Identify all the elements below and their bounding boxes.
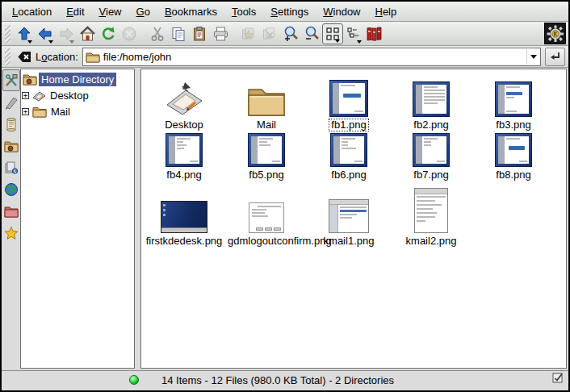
- file-item-fb4[interactable]: fb4.png: [143, 132, 225, 181]
- file-label: fb3.png: [494, 119, 532, 131]
- link-view-checkbox-icon[interactable]: [552, 373, 564, 387]
- home-button[interactable]: [77, 23, 98, 44]
- menu-go[interactable]: Go: [129, 3, 157, 20]
- menu-tools[interactable]: Tools: [224, 3, 263, 20]
- sidebar-button-strip: [2, 68, 20, 370]
- icon-view-icon: [325, 27, 340, 41]
- file-item-fb8[interactable]: fb8.png: [472, 132, 555, 181]
- sidebar-tab-home[interactable]: [2, 135, 20, 156]
- up-button[interactable]: [14, 23, 35, 44]
- icon-view-mode-button[interactable]: [322, 23, 343, 44]
- toolbar-grip[interactable]: [5, 25, 10, 43]
- zoom-in-button[interactable]: [280, 23, 301, 44]
- tree-item-home[interactable]: Home Directory: [21, 71, 134, 87]
- file-item-firstkdedesk[interactable]: firstkdedesk.png: [143, 184, 225, 247]
- tree-view-mode-button[interactable]: [343, 23, 364, 44]
- history-scroll-icon: [4, 117, 19, 131]
- file-item-fb1[interactable]: fb1.png: [308, 74, 390, 131]
- sidebar-tab-services[interactable]: [2, 156, 20, 178]
- sidebar-tab-pen[interactable]: [2, 91, 20, 113]
- copy-button[interactable]: [168, 23, 189, 44]
- desktop-folder-icon: [163, 80, 205, 117]
- printer-icon: [212, 26, 229, 42]
- file-item-kmail1[interactable]: kmail1.png: [308, 184, 390, 247]
- menu-bar: Location Edit View Go Bookmarks Tools Se…: [2, 2, 568, 22]
- print-button[interactable]: [210, 23, 231, 44]
- starburst-stack-icon: [241, 26, 257, 42]
- file-item-fb3[interactable]: fb3.png: [472, 74, 555, 131]
- tree-item-label: Home Directory: [39, 73, 116, 86]
- file-label: fb1.png: [329, 119, 367, 131]
- bookmark-books-button[interactable]: [364, 23, 385, 44]
- menu-location[interactable]: Location: [5, 3, 59, 20]
- forward-button[interactable]: [56, 23, 77, 44]
- file-label: fb8.png: [494, 169, 532, 181]
- locationbar-grip[interactable]: [5, 48, 10, 65]
- file-label: kmail1.png: [322, 236, 376, 247]
- expander-plus[interactable]: +: [22, 108, 29, 115]
- tree-item-mail[interactable]: + Mail: [21, 103, 134, 119]
- stop-button[interactable]: [119, 23, 140, 44]
- services-icon: [4, 161, 19, 175]
- file-item-fb7[interactable]: fb7.png: [390, 132, 472, 181]
- sidebar-tab-history[interactable]: [2, 113, 20, 135]
- file-item-desktop[interactable]: Desktop: [143, 74, 225, 131]
- location-dropdown-button[interactable]: [526, 49, 539, 65]
- menu-help[interactable]: Help: [368, 3, 404, 20]
- thumbnail-firstkdedesk: [161, 201, 207, 233]
- back-button[interactable]: [35, 23, 56, 44]
- go-button[interactable]: [545, 48, 565, 66]
- clear-location-icon: [18, 51, 31, 63]
- cut-button[interactable]: [147, 23, 168, 44]
- tree-item-desktop[interactable]: + Desktop: [21, 87, 134, 103]
- file-item-gdmlogoutconfirm[interactable]: gdmlogoutconfirm.png: [225, 184, 308, 247]
- sidebar-tab-bookmarks[interactable]: [2, 222, 20, 244]
- zoom-out-button[interactable]: [301, 23, 322, 44]
- tree-item-label: Mail: [48, 105, 73, 119]
- icon-effect-button[interactable]: [238, 23, 259, 44]
- icon-effect-remove-button[interactable]: [259, 23, 280, 44]
- file-item-mail[interactable]: Mail: [225, 74, 308, 131]
- clear-location-button[interactable]: [18, 51, 31, 63]
- menu-view[interactable]: View: [92, 3, 129, 20]
- panel-splitter[interactable]: [135, 68, 140, 370]
- go-enter-icon: [549, 51, 561, 63]
- status-led-icon: [129, 375, 139, 385]
- file-label: fb6.png: [329, 169, 367, 181]
- pen-icon: [4, 95, 19, 110]
- menu-settings[interactable]: Settings: [263, 3, 316, 20]
- location-combobox[interactable]: file:/home/john: [82, 48, 541, 66]
- menu-window[interactable]: Window: [316, 3, 367, 20]
- file-label: firstkdedesk.png: [145, 236, 224, 247]
- file-item-fb5[interactable]: fb5.png: [225, 132, 308, 181]
- file-label: fb4.png: [165, 169, 203, 181]
- tree-item-label: Desktop: [48, 89, 91, 102]
- sidebar-tab-tools[interactable]: [2, 69, 20, 91]
- folder-icon: [247, 85, 286, 117]
- file-item-fb6[interactable]: fb6.png: [308, 132, 390, 181]
- red-books-icon: [366, 26, 383, 42]
- location-input[interactable]: file:/home/john: [103, 51, 523, 63]
- menu-bookmarks[interactable]: Bookmarks: [157, 3, 224, 20]
- home-folder-icon: [23, 73, 37, 85]
- expander-plus[interactable]: +: [22, 92, 29, 99]
- file-item-kmail2[interactable]: kmail2.png: [390, 184, 472, 247]
- home-icon: [79, 26, 96, 42]
- thumbnail-fb3: [495, 81, 532, 117]
- file-label: kmail2.png: [404, 236, 459, 247]
- thumbnail-fb1: [329, 80, 368, 117]
- status-text: 14 Items - 12 Files (980.0 KB Total) - 2…: [161, 374, 394, 386]
- file-item-fb2[interactable]: fb2.png: [390, 74, 472, 131]
- paste-button[interactable]: [189, 23, 210, 44]
- reload-button[interactable]: [98, 23, 119, 44]
- file-icon-view: Desktop Mail fb1.png fb2.png fb3.png: [140, 69, 567, 369]
- stack-x-icon: [262, 26, 278, 42]
- thumbnail-fb8: [495, 133, 532, 167]
- sidebar-tab-root-folder[interactable]: [2, 200, 20, 222]
- desktop-small-icon: [32, 90, 46, 102]
- menu-edit[interactable]: Edit: [59, 3, 91, 20]
- sidebar-tab-network[interactable]: [2, 178, 20, 200]
- main-area: Home Directory + Desktop + Mail Desktop: [2, 68, 568, 370]
- red-folder-icon: [4, 205, 19, 218]
- file-label: Mail: [255, 119, 278, 131]
